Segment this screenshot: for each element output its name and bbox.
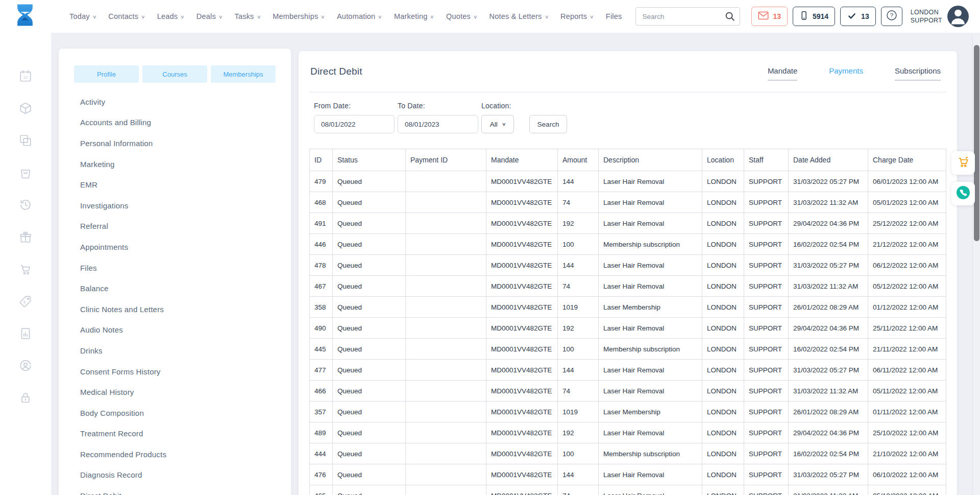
table-row[interactable]: 446 Queued MD0001VV482GTE 100 Membership… <box>309 234 946 255</box>
profile-menu-item[interactable]: Personal Information <box>59 133 291 154</box>
profile-menu-item[interactable]: Drinks <box>59 340 291 361</box>
to-date-input[interactable] <box>398 115 478 133</box>
hourglass-logo[interactable] <box>14 3 36 30</box>
price-tag-icon[interactable]: $ <box>19 295 32 308</box>
profile-menu-item[interactable]: Direct Debit <box>59 485 291 495</box>
table-column-header[interactable]: Date Added <box>788 149 868 171</box>
table-column-header[interactable]: Status <box>332 149 405 171</box>
cell-staff: SUPPORT <box>744 360 788 380</box>
table-row[interactable]: 490 Queued MD0001VV482GTE 192 Laser Hair… <box>309 318 946 339</box>
profile-menu-item[interactable]: EMR <box>59 174 291 195</box>
cell-status: Queued <box>332 318 405 338</box>
tab-payments[interactable]: Payments <box>824 66 868 75</box>
tab-subscriptions[interactable]: Subscriptions <box>890 66 945 81</box>
profile-menu-item[interactable]: Investigations <box>59 195 291 216</box>
table-row[interactable]: 358 Queued MD0001VV482GTE 1019 Laser Mem… <box>309 297 946 318</box>
table-row[interactable]: 477 Queued MD0001VV482GTE 144 Laser Hair… <box>309 360 946 381</box>
profile-menu-item[interactable]: Activity <box>59 91 291 112</box>
tab-profile[interactable]: Profile <box>74 65 139 83</box>
report-icon[interactable] <box>19 327 32 340</box>
profile-menu-item[interactable]: Treatment Record <box>59 423 291 444</box>
package-icon[interactable] <box>19 102 32 115</box>
shopping-bag-icon[interactable] <box>19 166 32 179</box>
table-row[interactable]: 466 Queued MD0001VV482GTE 74 Laser Hair … <box>309 381 946 402</box>
profile-menu-item[interactable]: Consent Forms History <box>59 361 291 382</box>
search-icon[interactable] <box>724 11 736 24</box>
nav-item[interactable]: Tasks ∨ <box>235 12 261 20</box>
lock-icon[interactable] <box>19 391 32 405</box>
page-scrollbar[interactable] <box>972 36 980 495</box>
from-date-input[interactable] <box>314 115 395 133</box>
tab-memberships[interactable]: Memberships <box>211 65 276 83</box>
tab-mandate[interactable]: Mandate <box>763 66 802 81</box>
cell-status: Queued <box>332 297 405 317</box>
table-row[interactable]: 491 Queued MD0001VV482GTE 192 Laser Hair… <box>309 213 946 234</box>
nav-item[interactable]: Files <box>606 12 625 20</box>
nav-item[interactable]: Reports ∨ <box>560 12 594 20</box>
profile-menu-item[interactable]: Body Composition <box>59 403 291 423</box>
nav-item[interactable]: Automation ∨ <box>337 12 382 20</box>
location-select[interactable]: All ∨ <box>481 115 514 133</box>
tasks-badge[interactable]: 13 <box>840 7 876 26</box>
mail-notifications-badge[interactable]: 13 <box>751 7 788 26</box>
profile-menu-item[interactable]: Audio Notes <box>59 320 291 341</box>
table-row[interactable]: 476 Queued MD0001VV482GTE 144 Laser Hair… <box>309 464 946 485</box>
cell-id: 446 <box>309 234 332 254</box>
table-row[interactable]: 465 Queued MD0001VV482GTE 74 Laser Hair … <box>309 485 946 495</box>
profile-menu-item[interactable]: Clinic Notes and Letters <box>59 299 291 320</box>
tab-courses[interactable]: Courses <box>142 65 207 83</box>
calendar-icon[interactable]: 12 <box>19 69 32 83</box>
svg-text:12: 12 <box>23 75 28 80</box>
nav-item[interactable]: Memberships ∨ <box>273 12 325 20</box>
profile-menu-item[interactable]: Diagnosis Record <box>59 465 291 486</box>
table-row[interactable]: 489 Queued MD0001VV482GTE 192 Laser Hair… <box>309 422 946 443</box>
profile-menu-item[interactable]: Files <box>59 257 291 278</box>
table-row[interactable]: 357 Queued MD0001VV482GTE 1019 Laser Mem… <box>309 402 946 422</box>
nav-item-label: Contacts <box>108 12 138 20</box>
table-row[interactable]: 444 Queued MD0001VV482GTE 100 Membership… <box>309 443 946 464</box>
profile-menu-item[interactable]: Appointments <box>59 237 291 257</box>
nav-item[interactable]: Leads ∨ <box>157 12 184 20</box>
table-row[interactable]: 478 Queued MD0001VV482GTE 144 Laser Hair… <box>309 255 946 276</box>
table-row[interactable]: 479 Queued MD0001VV482GTE 144 Laser Hair… <box>309 171 946 192</box>
account-icon[interactable] <box>19 359 32 372</box>
scrollbar-thumb[interactable] <box>974 45 979 241</box>
profile-menu-item[interactable]: Medical History <box>59 382 291 403</box>
nav-item[interactable]: Quotes ∨ <box>446 12 477 20</box>
table-row[interactable]: 445 Queued MD0001VV482GTE 100 Membership… <box>309 339 946 360</box>
table-column-header[interactable]: ID <box>309 149 332 171</box>
user-avatar[interactable] <box>947 6 969 27</box>
nav-item[interactable]: Today ∨ <box>69 12 96 20</box>
table-column-header[interactable]: Location <box>702 149 744 171</box>
floating-cart-button[interactable] <box>951 151 975 175</box>
cell-date-added: 31/03/2022 11:32 AM <box>788 192 868 213</box>
profile-menu-item[interactable]: Marketing <box>59 154 291 175</box>
duplicate-icon[interactable] <box>19 134 32 147</box>
table-column-header[interactable]: Charge Date <box>868 149 946 171</box>
table-column-header[interactable]: Mandate <box>486 149 557 171</box>
filter-search-button[interactable]: Search <box>529 115 567 133</box>
profile-menu-item[interactable]: Referral <box>59 216 291 237</box>
table-row[interactable]: 467 Queued MD0001VV482GTE 74 Laser Hair … <box>309 276 946 297</box>
cell-staff: SUPPORT <box>744 339 788 359</box>
cell-description: Laser Hair Removal <box>598 360 702 380</box>
history-icon[interactable] <box>19 198 32 211</box>
profile-menu-item[interactable]: Accounts and Billing <box>59 112 291 133</box>
table-column-header[interactable]: Amount <box>557 149 598 171</box>
table-row[interactable]: 468 Queued MD0001VV482GTE 74 Laser Hair … <box>309 192 946 213</box>
table-column-header[interactable]: Description <box>598 149 702 171</box>
nav-item[interactable]: Marketing ∨ <box>394 12 434 20</box>
profile-menu-item[interactable]: Balance <box>59 278 291 299</box>
nav-item[interactable]: Contacts ∨ <box>108 12 144 20</box>
gift-icon[interactable] <box>19 230 32 244</box>
nav-item[interactable]: Notes & Letters ∨ <box>489 12 549 20</box>
nav-item[interactable]: Deals ∨ <box>197 12 223 20</box>
cell-description: Laser Hair Removal <box>598 192 702 213</box>
help-button[interactable]: ? <box>881 7 902 26</box>
table-column-header[interactable]: Payment ID <box>405 149 486 171</box>
table-column-header[interactable]: Staff <box>744 149 788 171</box>
profile-menu-item[interactable]: Recommended Products <box>59 444 291 465</box>
floating-phone-button[interactable] <box>951 182 975 205</box>
sms-badge[interactable]: 5914 <box>793 7 835 26</box>
cart-icon[interactable] <box>19 263 32 276</box>
